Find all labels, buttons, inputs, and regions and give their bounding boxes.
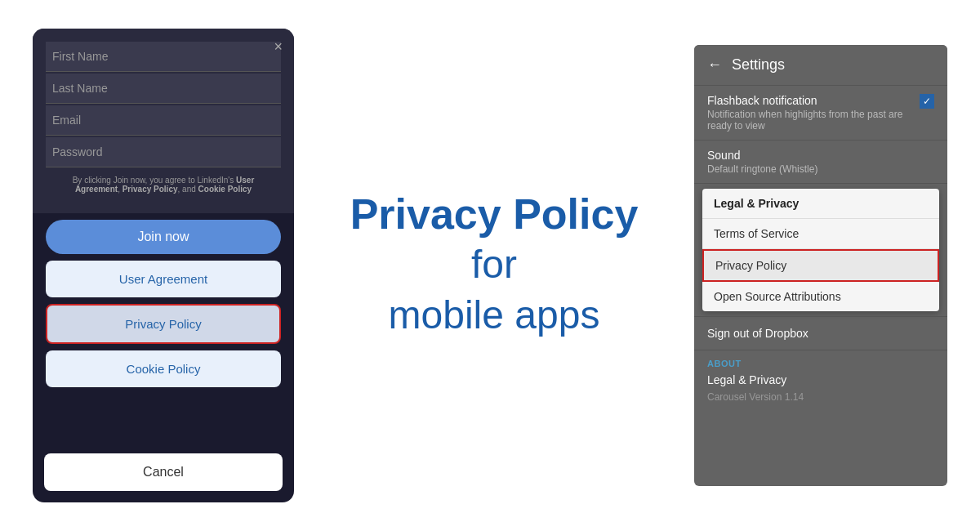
sign-out-button[interactable]: Sign out of Dropbox — [707, 327, 934, 340]
email-input[interactable] — [46, 105, 281, 136]
sound-item: Sound Default ringtone (Whistle) — [694, 141, 947, 184]
flashback-checkbox[interactable]: ✓ — [920, 94, 934, 109]
policy-buttons: User Agreement Privacy Policy Cookie Pol… — [33, 261, 294, 387]
flashback-row: Flashback notification Notification when… — [707, 94, 934, 132]
flashback-text: Flashback notification Notification when… — [707, 94, 913, 132]
main-title-line3: mobile apps — [327, 290, 662, 341]
flashback-title: Flashback notification — [707, 94, 913, 107]
join-button[interactable]: Join now — [46, 220, 281, 254]
version-text: Carousel Version 1.14 — [707, 391, 934, 403]
flashback-item: Flashback notification Notification when… — [694, 86, 947, 141]
left-panel: × By clicking Join now, you agree to Lin… — [33, 29, 294, 502]
main-title-line1: Privacy Policy — [327, 190, 662, 239]
consent-text: By clicking Join now, you agree to Linke… — [46, 169, 281, 200]
flashback-subtitle: Notification when highlights from the pa… — [707, 109, 913, 132]
main-container: × By clicking Join now, you agree to Lin… — [0, 0, 980, 531]
back-arrow-icon[interactable]: ← — [707, 56, 722, 74]
center-text: Privacy Policy for mobile apps — [294, 190, 694, 341]
legal-privacy-link[interactable]: Legal & Privacy — [707, 373, 934, 386]
settings-title: Settings — [732, 56, 785, 74]
privacy-policy-button[interactable]: Privacy Policy — [46, 304, 281, 344]
close-icon[interactable]: × — [274, 38, 283, 56]
sound-subtitle: Default ringtone (Whistle) — [707, 163, 934, 175]
dropdown-header: Legal & Privacy — [702, 189, 939, 219]
main-title-line2: for — [327, 239, 662, 290]
settings-header: ← Settings — [694, 45, 947, 86]
last-name-input[interactable] — [46, 74, 281, 104]
cookie-policy-button[interactable]: Cookie Policy — [46, 350, 281, 387]
right-panel: ← Settings Flashback notification Notifi… — [694, 45, 947, 486]
legal-privacy-dropdown: Legal & Privacy Terms of Service Privacy… — [702, 189, 939, 311]
terms-of-service-item[interactable]: Terms of Service — [702, 219, 939, 249]
privacy-policy-item[interactable]: Privacy Policy — [702, 249, 939, 282]
sign-out-row: Sign out of Dropbox — [694, 316, 947, 350]
sound-title: Sound — [707, 149, 934, 162]
open-source-attributions-item[interactable]: Open Source Attributions — [702, 282, 939, 311]
cancel-button[interactable]: Cancel — [44, 453, 283, 491]
about-section: ABOUT Legal & Privacy Carousel Version 1… — [694, 350, 947, 411]
password-input[interactable] — [46, 137, 281, 167]
dialog-top: × By clicking Join now, you agree to Lin… — [33, 29, 294, 213]
about-label: ABOUT — [707, 359, 934, 368]
user-agreement-button[interactable]: User Agreement — [46, 261, 281, 297]
first-name-input[interactable] — [46, 42, 281, 72]
